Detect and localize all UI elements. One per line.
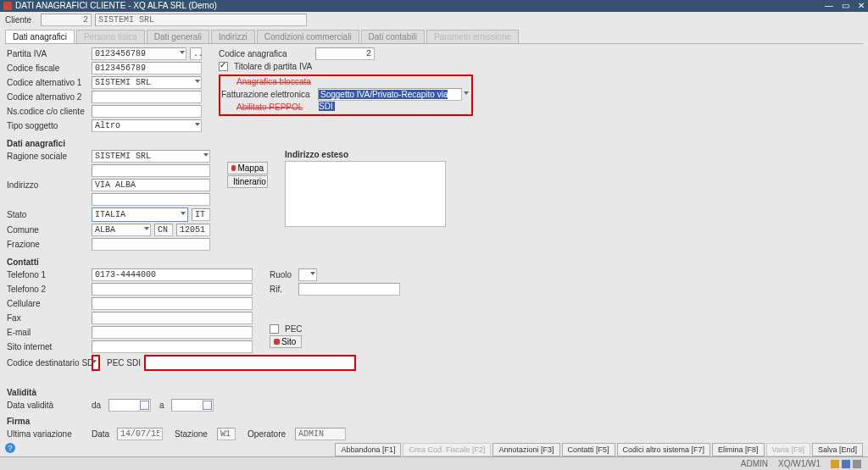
dati-anagrafici-title: Dati anagrafici [7, 139, 861, 148]
validita-da-label: da [92, 401, 105, 410]
partita-iva-lookup[interactable]: .. [190, 47, 202, 60]
firma-stazione-label: Stazione [175, 429, 214, 439]
pec-label: PEC [285, 324, 366, 334]
ragione-input-2[interactable] [92, 164, 210, 177]
sito-input[interactable] [92, 340, 253, 353]
ns-codice-input[interactable] [92, 105, 202, 118]
firma-title: Firma [7, 417, 861, 426]
salva-button[interactable]: Salva [End] [812, 443, 863, 456]
indirizzo-esteso-label: Indirizzo esteso [285, 150, 446, 159]
frazione-input[interactable] [92, 238, 210, 251]
sito-button[interactable]: Sito [270, 335, 302, 348]
comune-prov-input[interactable] [154, 224, 173, 236]
codice-anagrafica-label: Codice anagrafica [219, 49, 312, 58]
frazione-label: Frazione [7, 240, 88, 249]
rif-label: Rif. [270, 285, 295, 294]
tab-dati-anagrafici[interactable]: Dati anagrafici [5, 30, 75, 43]
close-button[interactable]: ✕ [858, 0, 865, 12]
maximize-button[interactable]: ▭ [842, 0, 849, 12]
app-icon [3, 2, 12, 10]
status-icon-2 [842, 460, 850, 468]
comune-label: Comune [7, 225, 88, 235]
validita-title: Validità [7, 388, 861, 397]
annotazioni-button[interactable]: Annotazioni [F3] [492, 443, 559, 456]
tipo-soggetto-label: Tipo soggetto [7, 121, 88, 130]
tel1-input[interactable] [92, 268, 253, 281]
tel2-input[interactable] [92, 283, 253, 296]
cliente-name[interactable] [95, 14, 307, 26]
window-title: DATI ANAGRAFICI CLIENTE - XQ ALFA SRL (D… [15, 0, 217, 12]
tab-persona-fisica[interactable]: Persona fisica [76, 30, 145, 43]
minimize-button[interactable]: — [825, 0, 833, 12]
indirizzo-esteso-textarea[interactable] [285, 161, 446, 227]
varia-button: Varia [F9] [766, 443, 810, 456]
map-icon [231, 165, 236, 171]
codice-fiscale-label: Codice fiscale [7, 64, 88, 73]
tel1-label: Telefono 1 [7, 270, 88, 279]
firma-operatore-value [295, 428, 346, 440]
cod-alt2-label: Codice alternativo 2 [7, 92, 88, 102]
validita-a-input[interactable] [171, 399, 214, 412]
comune-input[interactable] [92, 224, 151, 236]
fax-input[interactable] [92, 312, 253, 324]
validita-a-label: a [159, 401, 168, 410]
validita-da-input[interactable] [108, 399, 151, 412]
codici-altro-sistema-button[interactable]: Codici altro sistema [F7] [617, 443, 711, 456]
status-user: ADMIN [741, 459, 768, 468]
tel2-label: Telefono 2 [7, 285, 88, 294]
cod-alt1-label: Codice alternativo 1 [7, 78, 88, 87]
pec-sdi-input[interactable] [146, 357, 354, 369]
firma-operatore-label: Operatore [248, 429, 292, 439]
indirizzo-input[interactable] [92, 179, 210, 191]
itinerario-button[interactable]: Itinerario [227, 175, 268, 188]
stato-code-input[interactable] [192, 208, 210, 221]
rif-input[interactable] [298, 283, 400, 296]
peppol-label: Abilitato PEPPOL [236, 102, 318, 112]
ruolo-select[interactable] [298, 268, 317, 281]
indirizzo-input-2[interactable] [92, 193, 210, 206]
stato-select[interactable] [92, 208, 187, 221]
fatt-elettronica-select[interactable]: Soggetto IVA/Privato-Recapito via SDI [318, 88, 462, 101]
cod-dest-sdi-input[interactable] [93, 357, 98, 369]
ns-codice-label: Ns.codice c/o cliente [7, 107, 88, 116]
firma-data-value [117, 428, 163, 440]
cliente-label: Cliente [5, 15, 37, 25]
cell-input[interactable] [92, 297, 253, 310]
email-label: E-mail [7, 328, 88, 337]
tab-parametri-emissione[interactable]: Parametri emissione [426, 30, 519, 43]
anag-bloccata-label: Anagrafica bloccata [236, 77, 318, 86]
globe-icon [274, 339, 280, 345]
tab-dati-contabili[interactable]: Dati contabili [361, 30, 425, 43]
fatt-elettronica-label: Fatturazione elettronica [221, 90, 314, 99]
ragione-input[interactable] [92, 150, 210, 163]
mappa-button[interactable]: Mappa [227, 162, 268, 174]
titolare-checkbox[interactable] [219, 62, 228, 71]
elimina-button[interactable]: Elimina [F8] [712, 443, 765, 456]
cod-alt2-input[interactable] [92, 91, 202, 103]
contatti-button[interactable]: Contatti [F5] [562, 443, 615, 456]
tab-condizioni-commerciali[interactable]: Condizioni commerciali [257, 30, 359, 43]
indirizzo-label: Indirizzo [7, 180, 88, 190]
codice-fiscale-input[interactable] [92, 62, 202, 75]
pec-checkbox[interactable] [270, 324, 279, 334]
codice-anagrafica-input[interactable] [315, 47, 375, 60]
tipo-soggetto-select[interactable] [92, 119, 202, 132]
titolare-label: Titolare di partita IVA [234, 62, 315, 71]
partita-iva-label: Partita IVA [7, 49, 88, 58]
cliente-code[interactable] [41, 14, 92, 26]
ruolo-label: Ruolo [270, 270, 295, 279]
ultima-variazione-label: Ultima variazione [7, 429, 88, 439]
firma-stazione-value [217, 428, 236, 440]
cod-alt1-input[interactable] [92, 76, 202, 89]
tab-indirizzi[interactable]: Indirizzi [211, 30, 255, 43]
comune-cap-input[interactable] [176, 224, 210, 236]
status-icon-1 [831, 460, 839, 468]
data-validita-label: Data validità [7, 401, 88, 410]
status-icon-3 [853, 460, 861, 468]
help-icon[interactable]: ? [5, 443, 15, 453]
tab-dati-generali[interactable]: Dati generali [147, 30, 209, 43]
partita-iva-input[interactable] [92, 47, 186, 60]
abbandona-button[interactable]: Abbandona [F1] [335, 443, 401, 456]
email-input[interactable] [92, 326, 253, 339]
fax-label: Fax [7, 313, 88, 323]
